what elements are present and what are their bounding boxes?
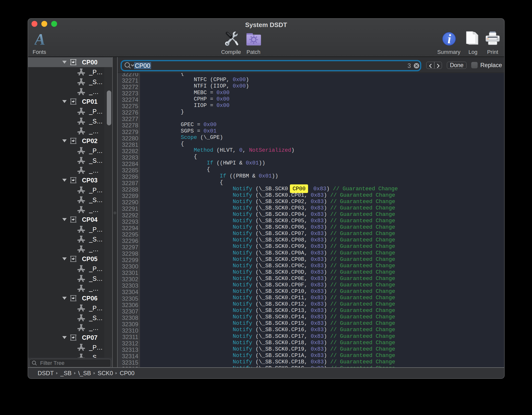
svg-text:i: i	[448, 32, 451, 46]
